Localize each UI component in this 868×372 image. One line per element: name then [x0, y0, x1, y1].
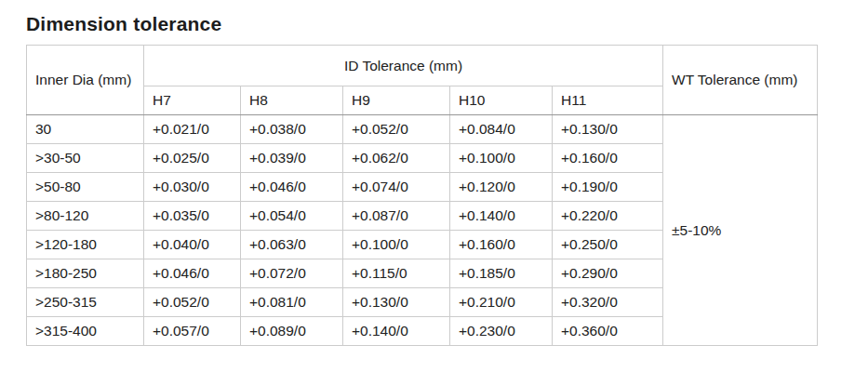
tolerance-cell: +0.074/0: [343, 173, 450, 202]
tolerance-cell: +0.063/0: [241, 231, 343, 259]
tolerance-cell: +0.100/0: [343, 231, 450, 259]
tolerance-cell: +0.100/0: [450, 144, 553, 173]
header-inner-dia: Inner Dia (mm): [27, 46, 144, 115]
tolerance-cell: +0.081/0: [241, 288, 343, 317]
tolerance-cell: +0.052/0: [343, 115, 450, 144]
tolerance-cell: +0.052/0: [144, 288, 241, 317]
dia-cell: >80-120: [27, 202, 144, 231]
header-h11: H11: [553, 86, 663, 115]
tolerance-cell: +0.210/0: [450, 288, 553, 317]
header-id-tolerance: ID Tolerance (mm): [144, 46, 663, 86]
wt-value-cell: ±5-10%: [663, 115, 818, 346]
dia-cell: >120-180: [27, 231, 144, 259]
header-group-row: Inner Dia (mm) ID Tolerance (mm) WT Tole…: [27, 46, 818, 86]
tolerance-cell: +0.130/0: [553, 115, 663, 144]
tolerance-cell: +0.220/0: [553, 202, 663, 231]
tolerance-cell: +0.160/0: [553, 144, 663, 173]
tolerance-cell: +0.130/0: [343, 288, 450, 317]
tolerance-cell: +0.054/0: [241, 202, 343, 231]
tolerance-cell: +0.084/0: [450, 115, 553, 144]
tolerance-cell: +0.057/0: [144, 317, 241, 346]
tolerance-cell: +0.046/0: [241, 173, 343, 202]
dia-cell: >180-250: [27, 259, 144, 288]
tolerance-cell: +0.089/0: [241, 317, 343, 346]
dimension-tolerance-table: Inner Dia (mm) ID Tolerance (mm) WT Tole…: [26, 45, 818, 346]
dia-cell: >315-400: [27, 317, 144, 346]
tolerance-cell: +0.035/0: [144, 202, 241, 231]
tolerance-cell: +0.072/0: [241, 259, 343, 288]
tolerance-cell: +0.290/0: [553, 259, 663, 288]
tolerance-cell: +0.230/0: [450, 317, 553, 346]
header-h9: H9: [343, 86, 450, 115]
tolerance-cell: +0.160/0: [450, 231, 553, 259]
header-wt-tolerance: WT Tolerance (mm): [663, 46, 818, 115]
tolerance-cell: +0.021/0: [144, 115, 241, 144]
tolerance-cell: +0.040/0: [144, 231, 241, 259]
tolerance-cell: +0.038/0: [241, 115, 343, 144]
dia-cell: >250-315: [27, 288, 144, 317]
tolerance-cell: +0.087/0: [343, 202, 450, 231]
tolerance-cell: +0.115/0: [343, 259, 450, 288]
dia-cell: 30: [27, 115, 144, 144]
tolerance-cell: +0.140/0: [450, 202, 553, 231]
tolerance-cell: +0.320/0: [553, 288, 663, 317]
tolerance-cell: +0.250/0: [553, 231, 663, 259]
header-h10: H10: [450, 86, 553, 115]
tolerance-cell: +0.025/0: [144, 144, 241, 173]
page: Dimension tolerance Inner Dia (mm) ID To…: [0, 0, 868, 346]
dia-cell: >50-80: [27, 173, 144, 202]
tolerance-cell: +0.120/0: [450, 173, 553, 202]
tolerance-cell: +0.039/0: [241, 144, 343, 173]
tolerance-cell: +0.360/0: [553, 317, 663, 346]
tolerance-cell: +0.190/0: [553, 173, 663, 202]
tolerance-cell: +0.030/0: [144, 173, 241, 202]
tolerance-cell: +0.062/0: [343, 144, 450, 173]
header-h7: H7: [144, 86, 241, 115]
tolerance-cell: +0.185/0: [450, 259, 553, 288]
table-row: 30 +0.021/0 +0.038/0 +0.052/0 +0.084/0 +…: [27, 115, 818, 144]
dia-cell: >30-50: [27, 144, 144, 173]
page-title: Dimension tolerance: [26, 13, 868, 35]
header-h8: H8: [241, 86, 343, 115]
tolerance-cell: +0.140/0: [343, 317, 450, 346]
tolerance-cell: +0.046/0: [144, 259, 241, 288]
